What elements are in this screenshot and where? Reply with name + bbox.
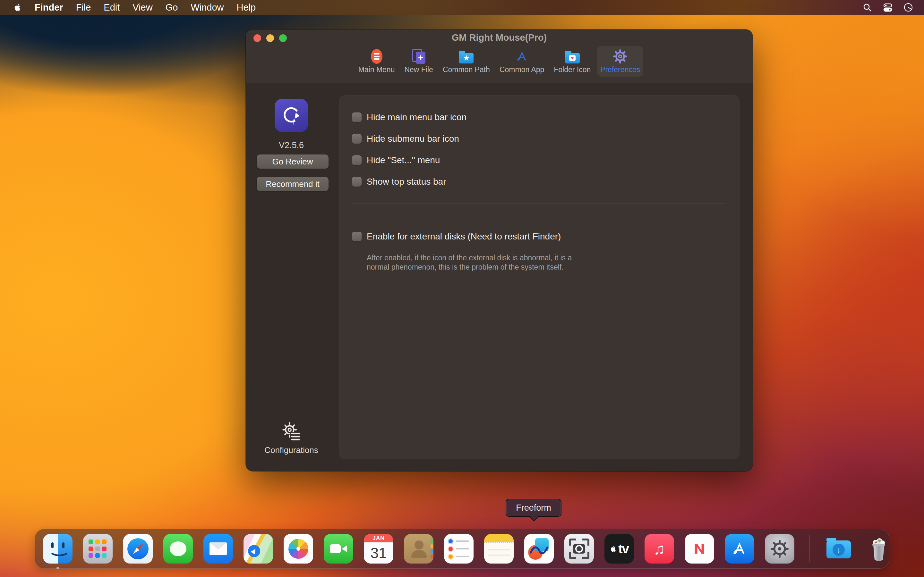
dock-item-music[interactable]: ♫	[645, 534, 674, 564]
freeform-icon	[524, 534, 554, 564]
search-icon[interactable]	[863, 3, 872, 12]
dock-item-contacts[interactable]	[404, 534, 433, 564]
dock-item-maps[interactable]	[244, 534, 273, 564]
toolbar: Main Menu + New File ★ Common Path	[246, 46, 753, 77]
notes-icon	[484, 534, 514, 564]
dock-item-downloads[interactable]: ↓	[824, 534, 853, 564]
menu-go[interactable]: Go	[166, 2, 178, 13]
menu-file[interactable]: File	[76, 2, 91, 13]
checkbox-hide-main-menu[interactable]	[352, 113, 362, 122]
dock-item-facetime[interactable]	[324, 534, 353, 564]
dock-tooltip: Freeform	[506, 499, 561, 517]
app-store-icon	[725, 534, 754, 564]
panel-divider	[352, 203, 725, 204]
external-disks-note: After enabled, if the icon of the extern…	[367, 253, 572, 272]
tab-common-path[interactable]: ★ Common Path	[439, 46, 493, 77]
pref-row-show-status-bar: Show top status bar	[352, 177, 740, 187]
dock-item-finder[interactable]	[43, 534, 73, 564]
photos-icon	[284, 534, 313, 564]
clock-icon[interactable]	[903, 3, 913, 12]
main-menu-icon	[371, 49, 383, 64]
contacts-icon	[404, 534, 433, 564]
dock-item-settings[interactable]	[765, 534, 795, 564]
app-logo	[275, 99, 308, 132]
go-review-button[interactable]: Go Review	[257, 155, 328, 169]
dock: JAN 31	[35, 529, 889, 569]
dock-item-calendar[interactable]: JAN 31	[364, 534, 393, 564]
calendar-icon: JAN 31	[364, 534, 393, 564]
control-center-icon[interactable]	[883, 3, 893, 12]
folder-heart-icon: ♥	[565, 49, 580, 64]
dock-item-mail[interactable]	[204, 534, 233, 564]
menu-help[interactable]: Help	[237, 2, 256, 13]
menu-window[interactable]: Window	[191, 2, 224, 13]
dock-item-reminders[interactable]	[444, 534, 473, 564]
apple-icon	[13, 3, 22, 12]
news-icon	[685, 534, 714, 564]
pref-row-hide-set-menu: Hide "Set..." menu	[352, 155, 740, 165]
gear-list-icon	[281, 421, 302, 442]
messages-icon	[163, 534, 193, 564]
dock-item-news[interactable]	[685, 534, 714, 564]
dock-item-photos[interactable]	[284, 534, 313, 564]
dock-item-freeform[interactable]	[524, 534, 554, 564]
app-a-icon	[515, 49, 529, 64]
dock-item-safari[interactable]	[123, 534, 153, 564]
dock-item-tv[interactable]: tv	[604, 534, 634, 564]
dock-item-launchpad[interactable]	[83, 534, 113, 564]
maps-icon	[244, 534, 273, 564]
tab-common-app[interactable]: Common App	[496, 46, 548, 77]
new-file-icon: +	[412, 49, 425, 64]
dock-item-messages[interactable]	[163, 534, 193, 564]
dock-item-trash[interactable]	[864, 534, 893, 564]
dock-separator	[809, 535, 809, 562]
preferences-panel: Hide main menu bar icon Hide submenu bar…	[339, 95, 740, 459]
tab-folder-icon[interactable]: ♥ Folder Icon	[551, 46, 594, 77]
menu-view[interactable]: View	[132, 2, 152, 13]
checkbox-hide-submenu[interactable]	[352, 134, 362, 143]
folder-star-icon: ★	[459, 49, 473, 64]
recommend-button[interactable]: Recommend it	[257, 177, 328, 191]
mail-icon	[204, 534, 233, 564]
screenshot-icon	[564, 534, 594, 564]
launchpad-icon	[83, 534, 113, 564]
pref-row-external-disks: Enable for external disks (Need to resta…	[352, 232, 740, 242]
dock-item-appstore[interactable]	[725, 534, 754, 564]
gear-icon	[613, 49, 628, 64]
app-window: GM Right Mouse(Pro) Main Menu + New File…	[246, 29, 753, 471]
tab-new-file[interactable]: + New File	[401, 46, 436, 77]
facetime-icon	[324, 534, 353, 564]
window-title: GM Right Mouse(Pro)	[246, 32, 753, 43]
tab-preferences[interactable]: Preferences	[597, 46, 643, 77]
pref-row-hide-main-menu: Hide main menu bar icon	[352, 113, 740, 122]
dock-item-notes[interactable]	[484, 534, 514, 564]
menu-edit[interactable]: Edit	[103, 2, 120, 13]
window-header: GM Right Mouse(Pro) Main Menu + New File…	[246, 29, 753, 83]
configurations-label: Configurations	[264, 445, 318, 455]
desktop: Finder File Edit View Go Window Help GM …	[0, 0, 924, 577]
running-indicator	[57, 567, 59, 569]
tab-main-menu[interactable]: Main Menu	[355, 46, 398, 77]
menu-app-name[interactable]: Finder	[35, 2, 63, 13]
apple-menu[interactable]	[13, 3, 22, 12]
apple-tv-icon: tv	[604, 534, 634, 564]
system-settings-icon	[765, 534, 795, 564]
dock-item-screenshot[interactable]	[564, 534, 594, 564]
trash-icon	[864, 534, 893, 564]
menu-bar: Finder File Edit View Go Window Help	[0, 0, 924, 15]
reminders-icon	[444, 534, 473, 564]
checkbox-external-disks[interactable]	[352, 232, 362, 242]
configurations-button[interactable]: Configurations	[246, 421, 337, 455]
safari-icon	[123, 534, 153, 564]
checkbox-show-status-bar[interactable]	[352, 177, 362, 187]
music-icon: ♫	[645, 534, 674, 564]
finder-icon	[43, 534, 73, 564]
app-version: V2.5.6	[246, 140, 337, 150]
checkbox-hide-set-menu[interactable]	[352, 155, 362, 165]
pref-row-hide-submenu: Hide submenu bar icon	[352, 134, 740, 143]
